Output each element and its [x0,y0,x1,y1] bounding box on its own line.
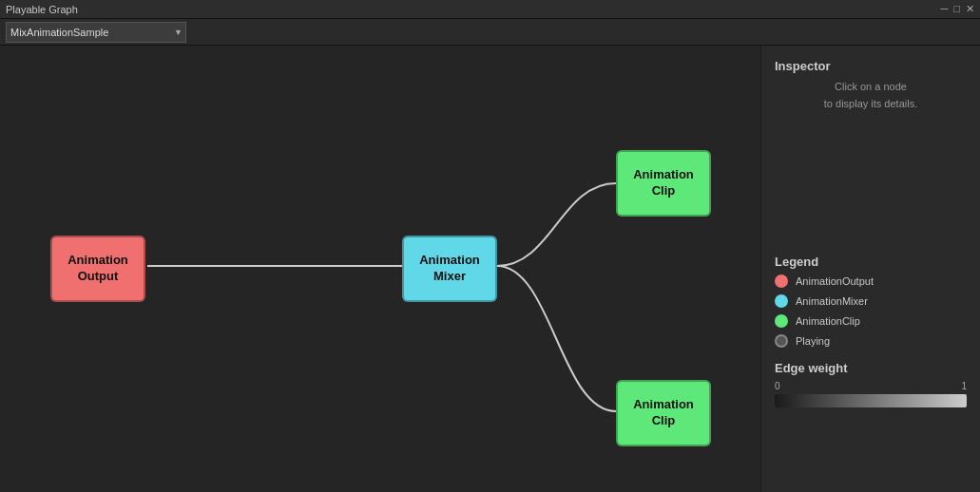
legend-title: Legend [775,255,967,269]
graph-selector-wrapper: MixAnimationSample ▼ [6,22,186,43]
legend-label-output: AnimationOutput [796,275,874,287]
close-button[interactable]: ✕ [966,4,974,14]
edge-weight-min: 0 [775,381,780,391]
legend-item-mixer: AnimationMixer [775,294,967,308]
animation-output-label: Animation Output [67,253,128,285]
legend-label-playing: Playing [796,335,830,347]
graph-canvas: Animation Output Animation Mixer Animati… [0,46,760,492]
edge-weight-section: Edge weight 0 1 [775,361,967,407]
animation-output-node[interactable]: Animation Output [50,236,145,302]
animation-mixer-node[interactable]: Animation Mixer [402,236,497,302]
maximize-button[interactable]: □ [953,4,960,14]
graph-selector[interactable]: MixAnimationSample [6,22,186,43]
legend-dot-output [775,274,788,288]
animation-clip-bottom-label: Animation Clip [633,397,694,429]
edge-weight-max: 1 [961,381,967,391]
edge-weight-labels: 0 1 [775,381,967,391]
legend-dot-playing [775,334,788,348]
legend-item-playing: Playing [775,334,967,348]
edge-weight-gradient-bar [775,394,967,407]
titlebar: Playable Graph ─ □ ✕ [0,0,980,19]
animation-clip-top-label: Animation Clip [633,167,694,199]
window-controls: ─ □ ✕ [941,4,974,14]
legend-label-clip: AnimationClip [796,315,860,327]
legend-dot-clip [775,314,788,328]
animation-clip-top-node[interactable]: Animation Clip [616,150,711,217]
inspector-title: Inspector [775,59,967,73]
legend-dot-mixer [775,294,788,308]
edge-weight-title: Edge weight [775,361,967,375]
animation-mixer-label: Animation Mixer [419,253,480,285]
legend-item-output: AnimationOutput [775,274,967,288]
legend-item-clip: AnimationClip [775,314,967,328]
toolbar: MixAnimationSample ▼ [0,19,980,46]
animation-clip-bottom-node[interactable]: Animation Clip [616,380,711,446]
legend-label-mixer: AnimationMixer [796,295,868,307]
inspector-spacer [775,112,967,255]
window-title: Playable Graph [6,4,78,15]
inspector-panel: Inspector Click on a node to display its… [760,46,980,492]
minimize-button[interactable]: ─ [941,4,949,14]
inspector-description: Click on a node to display its details. [775,79,967,112]
